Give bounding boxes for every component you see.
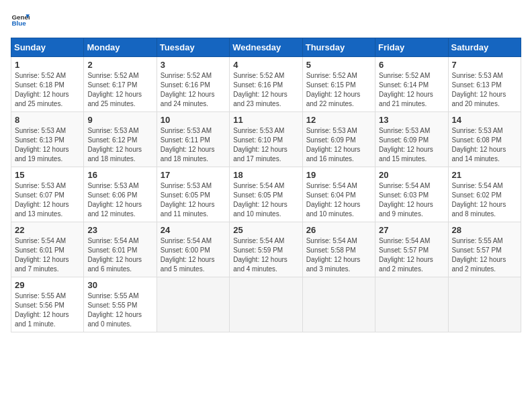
day-info: Sunrise: 5:52 AM Sunset: 6:17 PM Dayligh… — [87, 71, 152, 109]
calendar-cell — [302, 277, 375, 332]
weekday-header: Monday — [84, 38, 157, 57]
logo-icon: General Blue — [11, 11, 30, 30]
weekday-header: Sunday — [11, 38, 84, 57]
day-number: 6 — [379, 60, 444, 70]
day-number: 21 — [452, 170, 517, 180]
day-number: 4 — [233, 60, 298, 70]
day-number: 1 — [15, 60, 80, 70]
calendar-cell — [448, 277, 521, 332]
calendar-cell: 24 Sunrise: 5:54 AM Sunset: 6:00 PM Dayl… — [157, 222, 229, 277]
calendar-cell: 26 Sunrise: 5:54 AM Sunset: 5:58 PM Dayl… — [302, 222, 375, 277]
calendar-cell: 15 Sunrise: 5:53 AM Sunset: 6:07 PM Dayl… — [11, 167, 84, 222]
day-number: 5 — [306, 60, 371, 70]
calendar-cell: 21 Sunrise: 5:54 AM Sunset: 6:02 PM Dayl… — [448, 167, 521, 222]
calendar-cell: 14 Sunrise: 5:53 AM Sunset: 6:08 PM Dayl… — [448, 112, 521, 167]
calendar-cell: 7 Sunrise: 5:53 AM Sunset: 6:13 PM Dayli… — [448, 57, 521, 112]
day-info: Sunrise: 5:54 AM Sunset: 6:01 PM Dayligh… — [87, 236, 152, 274]
day-info: Sunrise: 5:53 AM Sunset: 6:06 PM Dayligh… — [87, 181, 152, 219]
calendar-cell: 9 Sunrise: 5:53 AM Sunset: 6:12 PM Dayli… — [84, 112, 157, 167]
calendar-cell: 3 Sunrise: 5:52 AM Sunset: 6:16 PM Dayli… — [157, 57, 229, 112]
day-info: Sunrise: 5:54 AM Sunset: 6:05 PM Dayligh… — [233, 181, 298, 219]
calendar-cell: 10 Sunrise: 5:53 AM Sunset: 6:11 PM Dayl… — [157, 112, 229, 167]
day-info: Sunrise: 5:54 AM Sunset: 6:03 PM Dayligh… — [379, 181, 444, 219]
calendar-cell: 16 Sunrise: 5:53 AM Sunset: 6:06 PM Dayl… — [84, 167, 157, 222]
calendar-cell — [157, 277, 229, 332]
calendar-cell: 29 Sunrise: 5:55 AM Sunset: 5:56 PM Dayl… — [11, 277, 84, 332]
day-number: 18 — [233, 170, 298, 180]
day-number: 17 — [161, 170, 226, 180]
day-number: 11 — [233, 115, 298, 125]
calendar-cell: 5 Sunrise: 5:52 AM Sunset: 6:15 PM Dayli… — [302, 57, 375, 112]
day-info: Sunrise: 5:53 AM Sunset: 6:12 PM Dayligh… — [87, 126, 152, 164]
calendar-cell: 30 Sunrise: 5:55 AM Sunset: 5:55 PM Dayl… — [84, 277, 157, 332]
day-number: 7 — [452, 60, 517, 70]
day-number: 30 — [87, 280, 152, 290]
day-info: Sunrise: 5:54 AM Sunset: 6:01 PM Dayligh… — [15, 236, 80, 274]
calendar-cell: 18 Sunrise: 5:54 AM Sunset: 6:05 PM Dayl… — [230, 167, 302, 222]
calendar-cell: 20 Sunrise: 5:54 AM Sunset: 6:03 PM Dayl… — [375, 167, 448, 222]
day-info: Sunrise: 5:52 AM Sunset: 6:14 PM Dayligh… — [379, 71, 444, 109]
day-number: 27 — [379, 225, 444, 235]
day-number: 12 — [306, 115, 371, 125]
day-info: Sunrise: 5:53 AM Sunset: 6:09 PM Dayligh… — [379, 126, 444, 164]
day-number: 2 — [87, 60, 152, 70]
day-info: Sunrise: 5:54 AM Sunset: 6:02 PM Dayligh… — [452, 181, 517, 219]
day-info: Sunrise: 5:52 AM Sunset: 6:18 PM Dayligh… — [15, 71, 80, 109]
day-info: Sunrise: 5:53 AM Sunset: 6:08 PM Dayligh… — [452, 126, 517, 164]
day-info: Sunrise: 5:52 AM Sunset: 6:16 PM Dayligh… — [161, 71, 226, 109]
weekday-header: Thursday — [302, 38, 375, 57]
logo: General Blue — [11, 11, 32, 30]
day-info: Sunrise: 5:54 AM Sunset: 5:59 PM Dayligh… — [233, 236, 298, 274]
calendar-cell: 25 Sunrise: 5:54 AM Sunset: 5:59 PM Dayl… — [230, 222, 302, 277]
day-info: Sunrise: 5:53 AM Sunset: 6:10 PM Dayligh… — [233, 126, 298, 164]
day-number: 28 — [452, 225, 517, 235]
day-number: 16 — [87, 170, 152, 180]
calendar-table: SundayMondayTuesdayWednesdayThursdayFrid… — [11, 38, 521, 332]
svg-text:Blue: Blue — [11, 19, 26, 27]
day-number: 10 — [161, 115, 226, 125]
day-number: 9 — [87, 115, 152, 125]
day-info: Sunrise: 5:52 AM Sunset: 6:16 PM Dayligh… — [233, 71, 298, 109]
day-number: 15 — [15, 170, 80, 180]
day-number: 20 — [379, 170, 444, 180]
day-number: 29 — [15, 280, 80, 290]
day-info: Sunrise: 5:52 AM Sunset: 6:15 PM Dayligh… — [306, 71, 371, 109]
day-number: 24 — [161, 225, 226, 235]
page-header: General Blue — [11, 11, 521, 30]
day-number: 25 — [233, 225, 298, 235]
calendar-cell: 4 Sunrise: 5:52 AM Sunset: 6:16 PM Dayli… — [230, 57, 302, 112]
calendar-cell: 6 Sunrise: 5:52 AM Sunset: 6:14 PM Dayli… — [375, 57, 448, 112]
weekday-header: Friday — [375, 38, 448, 57]
day-info: Sunrise: 5:53 AM Sunset: 6:09 PM Dayligh… — [306, 126, 371, 164]
day-info: Sunrise: 5:55 AM Sunset: 5:55 PM Dayligh… — [87, 291, 152, 329]
calendar-cell: 2 Sunrise: 5:52 AM Sunset: 6:17 PM Dayli… — [84, 57, 157, 112]
day-info: Sunrise: 5:53 AM Sunset: 6:07 PM Dayligh… — [15, 181, 80, 219]
day-number: 23 — [87, 225, 152, 235]
day-number: 19 — [306, 170, 371, 180]
calendar-cell: 22 Sunrise: 5:54 AM Sunset: 6:01 PM Dayl… — [11, 222, 84, 277]
day-info: Sunrise: 5:54 AM Sunset: 5:57 PM Dayligh… — [379, 236, 444, 274]
day-info: Sunrise: 5:53 AM Sunset: 6:11 PM Dayligh… — [161, 126, 226, 164]
weekday-header: Saturday — [448, 38, 521, 57]
calendar-cell: 23 Sunrise: 5:54 AM Sunset: 6:01 PM Dayl… — [84, 222, 157, 277]
day-info: Sunrise: 5:55 AM Sunset: 5:57 PM Dayligh… — [452, 236, 517, 274]
day-number: 22 — [15, 225, 80, 235]
day-info: Sunrise: 5:53 AM Sunset: 6:13 PM Dayligh… — [15, 126, 80, 164]
calendar-cell: 27 Sunrise: 5:54 AM Sunset: 5:57 PM Dayl… — [375, 222, 448, 277]
day-number: 13 — [379, 115, 444, 125]
day-info: Sunrise: 5:54 AM Sunset: 6:04 PM Dayligh… — [306, 181, 371, 219]
calendar-cell: 12 Sunrise: 5:53 AM Sunset: 6:09 PM Dayl… — [302, 112, 375, 167]
calendar-cell: 19 Sunrise: 5:54 AM Sunset: 6:04 PM Dayl… — [302, 167, 375, 222]
day-number: 26 — [306, 225, 371, 235]
day-number: 3 — [161, 60, 226, 70]
calendar-cell — [375, 277, 448, 332]
calendar-cell — [230, 277, 302, 332]
calendar-cell: 1 Sunrise: 5:52 AM Sunset: 6:18 PM Dayli… — [11, 57, 84, 112]
calendar-cell: 13 Sunrise: 5:53 AM Sunset: 6:09 PM Dayl… — [375, 112, 448, 167]
calendar-cell: 11 Sunrise: 5:53 AM Sunset: 6:10 PM Dayl… — [230, 112, 302, 167]
calendar-cell: 28 Sunrise: 5:55 AM Sunset: 5:57 PM Dayl… — [448, 222, 521, 277]
day-info: Sunrise: 5:54 AM Sunset: 5:58 PM Dayligh… — [306, 236, 371, 274]
calendar-cell: 17 Sunrise: 5:53 AM Sunset: 6:05 PM Dayl… — [157, 167, 229, 222]
weekday-header: Tuesday — [157, 38, 229, 57]
day-info: Sunrise: 5:55 AM Sunset: 5:56 PM Dayligh… — [15, 291, 80, 329]
